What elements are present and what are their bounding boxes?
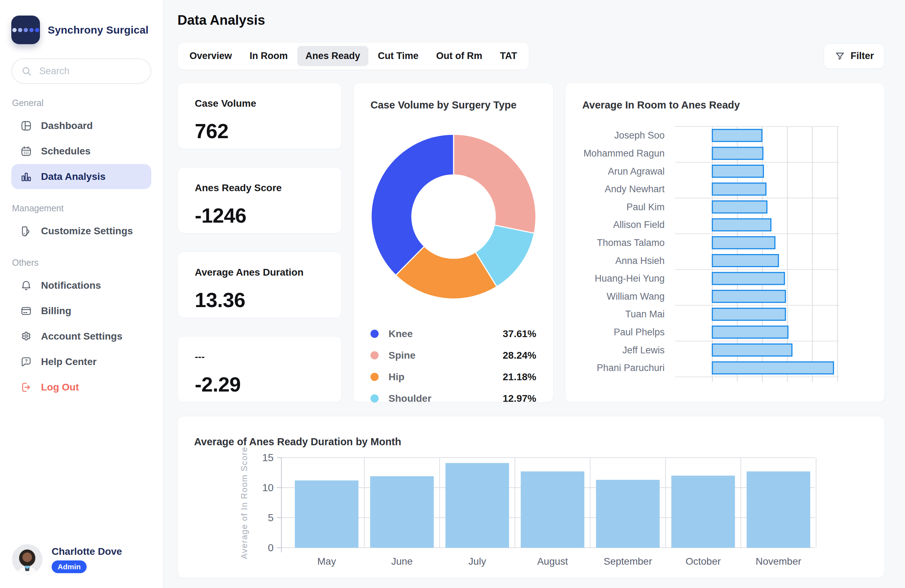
mbar-category-label: October — [686, 556, 721, 567]
mbar-category-label: July — [468, 556, 486, 567]
stat-value: -1246 — [195, 204, 324, 227]
stat-card-anes-ready-score: Anes Ready Score-1246 — [178, 167, 342, 234]
hbar-paul-kim — [712, 201, 767, 213]
data-analysis-icon — [20, 170, 33, 183]
tab-cut-time[interactable]: Cut Time — [370, 46, 427, 66]
mbar-category-label: September — [604, 556, 652, 567]
user-profile[interactable]: Charlotte Dove Admin — [12, 544, 122, 575]
hbar-category-label: Joseph Soo — [614, 130, 665, 141]
app-logo-icon — [11, 16, 40, 44]
sidebar-item-customize-settings[interactable]: Customize Settings — [11, 219, 151, 244]
toolbar: OverviewIn RoomAnes ReadyCut TimeOut of … — [178, 42, 885, 70]
stat-label: Average Anes Duration — [195, 267, 324, 278]
legend-label: Knee — [389, 328, 413, 339]
tab-in-room[interactable]: In Room — [241, 46, 296, 66]
monthly-bar-chart: 051015MayJuneJulyAugustSeptemberOctoberN… — [178, 416, 885, 578]
sidebar-item-label: Schedules — [41, 146, 90, 157]
sidebar-item-schedules[interactable]: Schedules — [11, 138, 151, 163]
help-center-icon: ? — [20, 355, 33, 368]
filter-funnel-icon — [835, 51, 845, 62]
role-badge: Admin — [52, 560, 87, 573]
mbar-y-tick: 15 — [262, 452, 274, 463]
hbar-category-label: Anna Hsieh — [615, 255, 665, 266]
hbar-category-label: Allison Field — [613, 219, 665, 230]
tab-tat[interactable]: TAT — [492, 46, 525, 66]
sidebar-item-billing[interactable]: Billing — [11, 298, 151, 323]
sidebar-item-label: Dashboard — [41, 120, 93, 132]
search-input[interactable] — [38, 65, 141, 77]
legend-value: 37.61% — [503, 328, 536, 339]
search-box[interactable] — [11, 58, 151, 84]
legend-dot-icon — [370, 395, 379, 403]
hbar-category-label: William Wang — [607, 291, 665, 302]
mbar-july — [445, 463, 509, 548]
mbar-october — [671, 475, 735, 548]
hbar-andy-newhart — [712, 183, 766, 195]
sidebar-nav: GeneralDashboardSchedulesData AnalysisMa… — [11, 98, 151, 399]
mbar-june — [370, 476, 434, 548]
sidebar-item-label: Log Out — [41, 382, 79, 393]
sidebar-item-log-out[interactable]: Log Out — [11, 374, 151, 399]
page-title: Data Analysis — [178, 13, 885, 28]
legend-item-knee: Knee37.61% — [370, 323, 536, 344]
monthly-chart-card: Average of Anes Ready Duration by Month … — [178, 416, 885, 578]
legend-value: 12.97% — [503, 393, 536, 404]
hbar-category-label: Thomas Talamo — [597, 238, 665, 248]
brand: Synchrony Surgical — [11, 16, 151, 44]
legend-item-shoulder: Shoulder12.97% — [370, 388, 536, 409]
search-icon — [21, 66, 32, 77]
hbar-joseph-soo — [712, 129, 762, 141]
account-settings-icon — [20, 330, 33, 343]
donut-chart — [370, 133, 537, 300]
sidebar-item-account-settings[interactable]: Account Settings — [11, 324, 151, 349]
log-out-icon — [20, 381, 33, 394]
nav-section-label-management: Management — [12, 203, 151, 214]
donut-chart-card: Case Volume by Surgery Type Knee37.61%Sp… — [353, 83, 554, 403]
donut-chart-title: Case Volume by Surgery Type — [370, 99, 536, 111]
legend-value: 21.18% — [503, 371, 536, 383]
donut-legend: Knee37.61%Spine28.24%Hip21.18%Shoulder12… — [370, 323, 536, 409]
hbar-category-label: Tuan Mai — [625, 309, 665, 319]
sidebar-item-data-analysis[interactable]: Data Analysis — [11, 164, 151, 189]
legend-item-hip: Hip21.18% — [370, 366, 536, 388]
sidebar-item-dashboard[interactable]: Dashboard — [11, 113, 151, 138]
user-name: Charlotte Dove — [52, 546, 122, 557]
dashboard-icon — [20, 119, 33, 132]
hbar-phani-paruchuri — [712, 362, 834, 374]
mbar-category-label: June — [391, 556, 413, 567]
hbar-arun-agrawal — [712, 165, 763, 178]
schedules-icon — [20, 145, 33, 158]
sidebar-item-label: Customize Settings — [41, 225, 133, 237]
stat-value: -2.29 — [195, 372, 324, 396]
tab-out-of-rm[interactable]: Out of Rm — [428, 46, 490, 66]
tab-overview[interactable]: Overview — [181, 46, 240, 66]
sidebar-item-notifications[interactable]: Notifications — [11, 273, 151, 298]
sidebar-item-label: Billing — [41, 305, 71, 317]
hbar-anna-hsieh — [712, 255, 778, 267]
hbar-chart-card: Average In Room to Anes Ready Joseph Soo… — [565, 83, 885, 403]
horizontal-bar-chart: Joseph SooMohammed RagunArun AgrawalAndy… — [582, 117, 870, 389]
mbar-category-label: May — [318, 556, 336, 567]
stat-value: 13.36 — [195, 288, 324, 312]
hbar-jeff-lewis — [712, 344, 792, 356]
hbar-category-label: Huang-Hei Yung — [595, 273, 665, 284]
filter-button[interactable]: Filter — [824, 43, 885, 69]
main-content: Data Analysis OverviewIn RoomAnes ReadyC… — [164, 0, 905, 588]
stat-card-average-anes-duration: Average Anes Duration13.36 — [178, 252, 342, 318]
legend-value: 28.24% — [503, 350, 536, 361]
hbar-category-label: Jeff Lewis — [622, 345, 665, 355]
legend-dot-icon — [370, 351, 379, 359]
billing-icon — [20, 304, 33, 317]
tab-anes-ready[interactable]: Anes Ready — [297, 46, 368, 66]
hbar-chart-title: Average In Room to Anes Ready — [582, 99, 867, 111]
nav-section-label-others: Others — [12, 258, 151, 268]
mbar-may — [295, 480, 359, 548]
notifications-icon — [20, 279, 33, 292]
sidebar-item-help-center[interactable]: ?Help Center — [11, 349, 151, 374]
legend-label: Spine — [389, 350, 415, 361]
donut-slice-knee — [371, 134, 454, 275]
hbar-category-label: Arun Agrawal — [608, 166, 665, 177]
mbar-y-tick: 5 — [268, 512, 274, 523]
nav-section-label-general: General — [12, 98, 151, 108]
brand-name: Synchrony Surgical — [48, 24, 148, 36]
